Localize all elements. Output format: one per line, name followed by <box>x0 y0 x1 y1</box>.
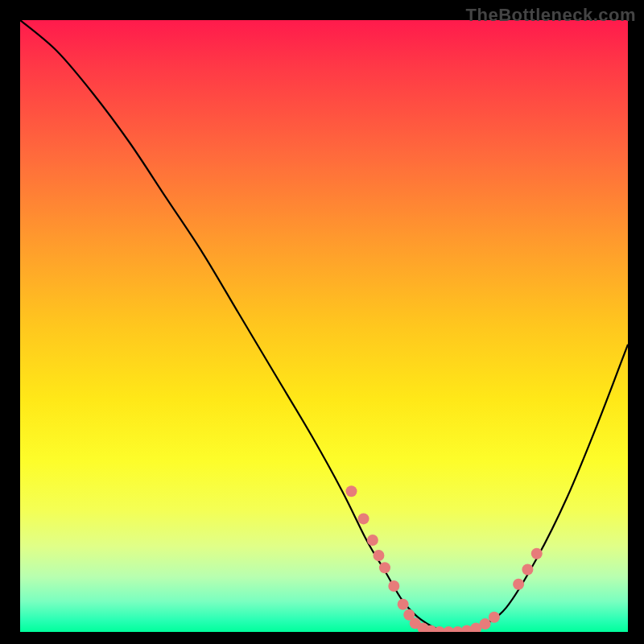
data-point <box>388 580 399 592</box>
data-point <box>480 618 491 630</box>
bottleneck-curve <box>20 20 628 632</box>
data-point <box>358 513 369 524</box>
data-point <box>345 485 357 497</box>
data-point <box>373 550 384 561</box>
data-point <box>367 535 378 546</box>
curve-svg <box>20 20 628 632</box>
data-points-group <box>345 485 542 632</box>
plot-area <box>20 20 628 632</box>
data-point <box>531 548 543 559</box>
chart-stage: TheBottleneck.com <box>0 0 644 644</box>
data-point <box>398 599 409 610</box>
data-point <box>522 564 533 575</box>
watermark-text: TheBottleneck.com <box>466 5 636 26</box>
data-point <box>513 579 524 590</box>
data-point <box>489 612 500 623</box>
data-point <box>379 562 390 573</box>
